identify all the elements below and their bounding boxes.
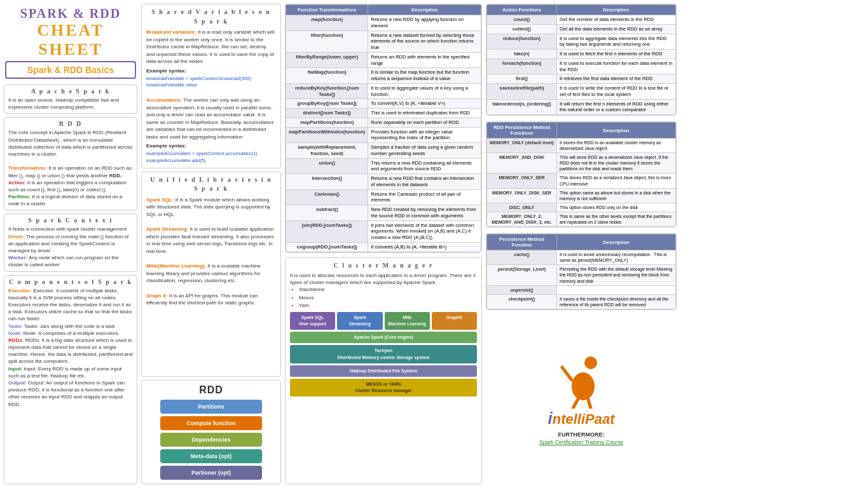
func-desc-cell: Returns an RDD with elements in the spec… — [368, 52, 481, 68]
func-desc-cell: Runs separately on each partition of RDD — [368, 118, 481, 127]
persistence-desc-cell: This option stores RDD only on the disk — [557, 203, 676, 212]
cluster-content: It is used to allocate resources to each… — [290, 272, 477, 309]
persistence-desc-cell: This option same as above but stores in … — [557, 188, 676, 203]
persistence-table-row: MEMORY_ONLY_2, MEMORY_AND_DISK_2, etc.Th… — [487, 212, 676, 226]
spark-context-header: S p a r k C o n t e x t — [8, 217, 133, 224]
func-table-row: sample(withReplacement, fraction, seed)S… — [286, 143, 481, 159]
intellipaat-section: i ntelliPaat FURTHERMORE: Spark Certific… — [486, 313, 677, 484]
func-desc-cell: This returns a new RDD containing all el… — [368, 158, 481, 174]
func-desc-cell: Provides function with an integer value … — [368, 127, 481, 143]
func-name-cell: filterByRange(lower, upper) — [286, 52, 368, 68]
func-desc-cell: Returns the Cartesian product of all pai… — [368, 189, 481, 205]
rdd-bar-partioner: Partioner (opt) — [160, 466, 262, 480]
cluster-list: Standalone Mesos Yarn — [299, 286, 477, 309]
func-desc-cell: It joins two elements of the dataset wit… — [368, 220, 481, 242]
persistence-desc-cell: It stores the RDD in an available cluste… — [557, 139, 676, 153]
persist-method-col2-header: Description — [557, 234, 676, 250]
rdd-section: R D D The core concept in Apache Spark i… — [4, 117, 137, 210]
func-name-cell: groupByKey([num Tasks]) — [286, 99, 368, 109]
rdd-content: The core concept in Apache Spark is RDD … — [8, 129, 133, 207]
action-col1-header: Action Functions — [487, 5, 557, 15]
func-desc-cell: New RDD created by removing the elements… — [368, 205, 481, 221]
rdd-bar-metadata: Meta-data (opt) — [160, 449, 262, 463]
func-name-cell: union() — [286, 158, 368, 174]
title-line1: SPARK & RDD — [5, 6, 136, 21]
apache-spark-section: A p a c h e S p a r k It is an open sour… — [4, 85, 137, 114]
persist-method-table: Persistence Method Function Description … — [486, 234, 676, 309]
basics-box: Spark & RDD Basics — [5, 61, 136, 79]
func-col1-header: Function Transformations — [286, 5, 368, 15]
action-table: Action Functions Description count()Get … — [486, 4, 676, 115]
persistence-col2-header: Description — [557, 123, 676, 139]
cluster-row-4: Hadoop Distributed File System — [290, 365, 477, 377]
action-desc-cell: It will return the first n elements of R… — [557, 99, 676, 115]
func-name-cell: map(function) — [286, 15, 368, 31]
func-desc-cell: Returns a new dataset formed by selectin… — [368, 30, 481, 52]
persistence-table-row: DISC_ONLYThis option stores RDD only on … — [487, 203, 676, 212]
intelli-i: i — [548, 409, 552, 428]
function-table-wrapper: Function Transformations Description map… — [285, 4, 482, 253]
column-2: S h a r e d V a r i a b l e s o nS p a r… — [141, 4, 281, 484]
cluster-btn-streaming: SparkStreaming — [337, 312, 382, 330]
func-name-cell: mapPartitions(function) — [286, 118, 368, 127]
persist-method-name-cell: unpersist() — [487, 285, 557, 294]
persistence-col1-header: RDD Persistence Method Functions — [487, 123, 557, 139]
persist-method-desc-cell: It saves a file inside the checkpoint di… — [557, 294, 676, 309]
func-name-cell: flatMap(function) — [286, 68, 368, 84]
persist-method-desc-cell: It is used to avoid unnecessary recomput… — [557, 250, 676, 265]
func-table-row: cogroup(RDD,[numTasks])It converts (A,B)… — [286, 242, 481, 252]
cluster-btn-apache-spark: Apache Spark (Core engine) — [290, 332, 477, 343]
components-section: C o m p o n e n t s o f S p a r k Execut… — [4, 275, 137, 484]
cluster-btn-hdfs: Hadoop Distributed File System — [290, 365, 477, 377]
func-name-cell: Cartesian() — [286, 189, 368, 205]
apache-spark-content: It is an open source, Hadoop compatible … — [8, 97, 133, 111]
action-name-cell: reduce(function) — [487, 34, 557, 50]
rdd-transformation-label: Transformation: — [8, 165, 47, 171]
column-3: Function Transformations Description map… — [285, 4, 482, 484]
func-table-row: filter(function)Returns a new dataset fo… — [286, 30, 481, 52]
persistence-table-row: MEMORY_ONLY_SERThis stores RDD as a seri… — [487, 173, 676, 188]
action-name-cell: take(n) — [487, 50, 557, 59]
func-col2-header: Description — [368, 5, 481, 15]
func-table-row: mapPartitionsWithIndex(function)Provides… — [286, 127, 481, 143]
action-name-cell: collect() — [487, 24, 557, 34]
cluster-header: C l u s t e r M a n a g e r — [290, 261, 477, 271]
action-name-cell: takeordered(n, (ordering]) — [487, 99, 557, 115]
intellipaat-logo: i ntelliPaat — [548, 409, 614, 428]
spark-cert-link[interactable]: Spark Certification Training Course — [539, 439, 623, 445]
persist-method-desc-cell: Persisting the RDD with the default stor… — [557, 265, 676, 285]
action-table-row: takeordered(n, (ordering])It will return… — [487, 99, 676, 115]
persistence-name-cell: MEMORY_AND_DISK — [487, 153, 557, 173]
persistence-name-cell: MEMORY_ONLY_SER — [487, 173, 557, 188]
intelli-ntelliPaat: ntelliPaat — [553, 411, 615, 428]
rdd-header: R D D — [8, 120, 133, 127]
spark-context-content: It holds a connection with spark cluster… — [8, 226, 133, 268]
cluster-row-3: TachyonDistributed Memory-centric Storag… — [290, 345, 477, 363]
action-desc-cell: Get the number of data elements in the R… — [557, 15, 676, 25]
intellipaat-figure — [559, 351, 603, 409]
apache-spark-header: A p a c h e S p a r k — [8, 88, 133, 95]
rdd-action-text: It is an operation that triggers a compu… — [8, 180, 127, 193]
function-table: Function Transformations Description map… — [286, 4, 481, 252]
column-1: SPARK & RDD CHEAT SHEET Spark & RDD Basi… — [4, 4, 137, 484]
persistence-name-cell: MEMORY_ONLY_2, MEMORY_AND_DISK_2, etc. — [487, 212, 557, 226]
action-desc-cell: Get all the data elements in the RDD as … — [557, 24, 676, 34]
func-table-row: Cartesian()Returns the Cartesian product… — [286, 189, 481, 205]
func-table-row: mapPartitions(function)Runs separately o… — [286, 118, 481, 127]
svg-point-1 — [572, 372, 595, 400]
func-name-cell: sample(withReplacement, fraction, seed) — [286, 143, 368, 159]
rdd-diagram-title: RDD — [199, 384, 223, 396]
persist-method-desc-cell — [557, 285, 676, 294]
persist-method-table-wrapper: Persistence Method Function Description … — [486, 233, 677, 310]
spark-context-section: S p a r k C o n t e x t It holds a conne… — [4, 214, 137, 271]
cluster-row-1: Spark SQLHive support SparkStreaming Mli… — [290, 312, 477, 330]
persistence-desc-cell: This will store RDD as a deserialized Ja… — [557, 153, 676, 173]
cluster-item-2: Yarn — [299, 302, 477, 309]
action-name-cell: count() — [487, 15, 557, 25]
cluster-row-5: MESOS or YARNCluster Resource manager — [290, 379, 477, 396]
persist-method-col1-header: Persistence Method Function — [487, 234, 557, 250]
action-name-cell: first() — [487, 74, 557, 84]
func-desc-cell: It is similar to the map function but th… — [368, 68, 481, 84]
action-table-row: take(n)It is used to fetch the first n e… — [487, 50, 676, 59]
action-table-row: saveastextfile(path)It is used to write … — [487, 84, 676, 100]
